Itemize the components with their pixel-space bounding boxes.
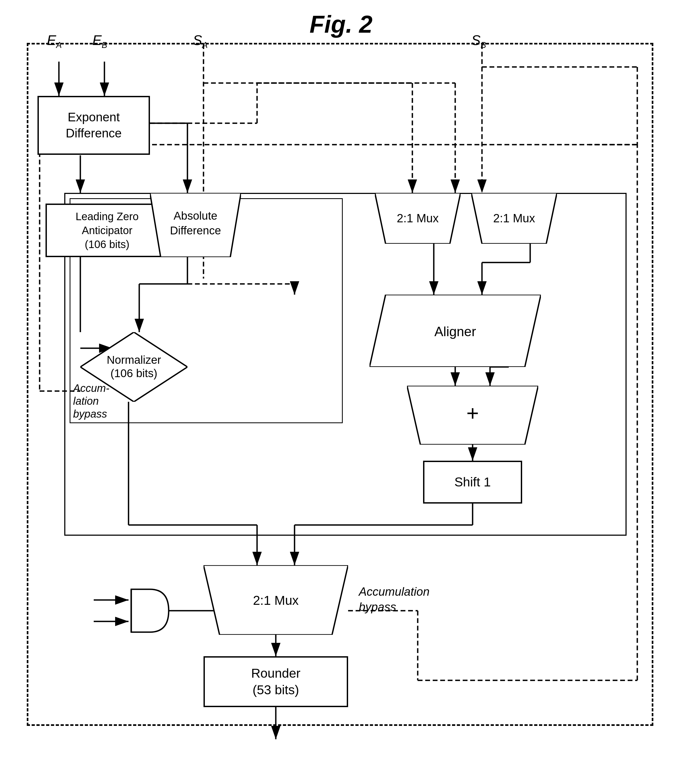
svg-text:Aligner: Aligner: [434, 324, 476, 339]
absolute-difference-svg: Absolute Difference: [150, 193, 241, 257]
normalizer-svg: Normalizer (106 bits): [80, 332, 188, 402]
ea-subscript: A: [56, 40, 62, 50]
and-gate-svg: [129, 587, 171, 635]
svg-text:2:1 Mux: 2:1 Mux: [397, 212, 439, 225]
mux1-svg: 2:1 Mux: [375, 193, 461, 244]
aligner-svg: Aligner: [370, 295, 541, 367]
svg-text:Normalizer: Normalizer: [107, 354, 161, 366]
svg-text:+: +: [467, 401, 479, 425]
sb-label: SB: [471, 32, 486, 50]
ea-label: EA: [47, 32, 62, 50]
mux3-container: 2:1 Mux: [204, 565, 348, 635]
shift1-label: Shift 1: [454, 474, 491, 490]
eb-subscript: B: [102, 40, 107, 50]
exponent-difference-block: ExponentDifference: [38, 96, 150, 155]
lza-label: Leading ZeroAnticipator(106 bits): [75, 209, 139, 251]
accumulation-bypass2-label: Accumulationbypass: [359, 584, 430, 615]
exponent-difference-label: ExponentDifference: [66, 109, 122, 141]
normalizer-container: Normalizer (106 bits): [80, 332, 188, 402]
adder-plus-svg: +: [407, 386, 538, 445]
eb-label: EB: [92, 32, 107, 50]
svg-text:Difference: Difference: [170, 224, 221, 237]
svg-text:2:1 Mux: 2:1 Mux: [493, 212, 535, 225]
sa-subscript: A: [202, 40, 208, 50]
sb-subscript: B: [481, 40, 486, 50]
mux3-svg: 2:1 Mux: [204, 565, 348, 635]
mux2-svg: 2:1 Mux: [471, 193, 557, 244]
and-gate-container: [129, 587, 171, 635]
mux2-container: 2:1 Mux: [471, 193, 557, 244]
rounder-block: Rounder(53 bits): [204, 656, 348, 707]
mux1-container: 2:1 Mux: [375, 193, 461, 244]
sa-label: SA: [193, 32, 208, 50]
rounder-label: Rounder(53 bits): [251, 665, 300, 699]
shift1-block: Shift 1: [423, 461, 522, 503]
svg-text:2:1 Mux: 2:1 Mux: [253, 593, 299, 607]
page: Fig. 2: [0, 0, 682, 784]
adder-plus-container: +: [407, 386, 538, 445]
absolute-difference-container: Absolute Difference: [150, 193, 241, 257]
aligner-container: Aligner: [370, 295, 541, 367]
svg-text:(106 bits): (106 bits): [110, 367, 157, 380]
svg-text:Absolute: Absolute: [174, 209, 217, 222]
